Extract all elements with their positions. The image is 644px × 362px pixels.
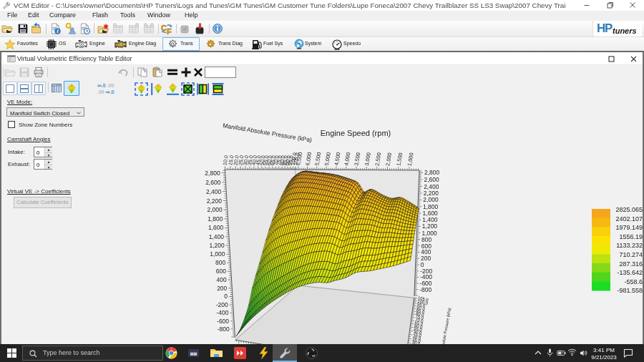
zone-row-button[interactable]: [211, 82, 225, 96]
svg-text:5,000: 5,000: [323, 152, 332, 166]
add-decimal-button[interactable]: ⇦.0: [97, 83, 106, 88]
svg-text:4,000: 4,000: [343, 152, 351, 166]
open-file-button[interactable]: [1, 23, 13, 34]
file-history-button[interactable]: [79, 23, 91, 34]
surface-pan-y-button[interactable]: [150, 82, 164, 96]
child-maximize-button[interactable]: [607, 54, 616, 64]
table-open-button[interactable]: [4, 67, 16, 78]
surface-pan-z-button[interactable]: [166, 82, 180, 96]
app-wrench-icon: [3, 1, 11, 9]
value-input[interactable]: [205, 67, 236, 78]
table-view-button[interactable]: [51, 82, 62, 94]
file-explorer-icon[interactable]: [210, 347, 223, 359]
tab-engine-diag[interactable]: Engine Diag: [114, 37, 159, 51]
tab-trans[interactable]: Trans: [167, 37, 198, 51]
battery-icon[interactable]: [557, 350, 566, 356]
set-equal-button[interactable]: [166, 67, 179, 78]
logo-hp: HP: [597, 21, 612, 36]
menu-help[interactable]: Help: [185, 11, 198, 19]
ve-surface-chart[interactable]: -800-800-600-600-400-400-200-20000200200…: [0, 97, 644, 344]
tab-os[interactable]: OS: [46, 37, 67, 51]
svg-text:800: 800: [215, 259, 225, 266]
svg-text:2,000: 2,000: [384, 152, 393, 167]
close-button[interactable]: [628, 0, 638, 10]
main-toolbar: i CF HP tuners: [0, 21, 644, 37]
new-folder-button[interactable]: [97, 23, 109, 34]
minimize-button[interactable]: [582, 0, 592, 10]
obs-icon[interactable]: [306, 347, 318, 359]
vehicle-info-button[interactable]: i: [50, 23, 62, 34]
engine-icon: [75, 39, 88, 50]
maximize-button[interactable]: [605, 0, 615, 10]
dark-app-icon[interactable]: ▤▤: [188, 347, 199, 359]
surface-select-mode-button[interactable]: [135, 82, 148, 96]
table-save-button[interactable]: [19, 67, 30, 78]
svg-text:2,200: 2,200: [424, 190, 439, 197]
zone-select-button[interactable]: [181, 82, 195, 96]
surface-view-button-selected[interactable]: [64, 81, 79, 96]
svg-text:2,400: 2,400: [424, 183, 439, 190]
view-single-pane-button[interactable]: [3, 82, 17, 95]
menu-window[interactable]: Window: [147, 11, 170, 19]
taskbar-search-box[interactable]: Type here to search: [22, 346, 163, 361]
close-file-button[interactable]: [31, 23, 42, 34]
lightning-app-icon[interactable]: [258, 347, 269, 359]
child-close-button[interactable]: [629, 54, 638, 64]
info-button[interactable]: [212, 23, 223, 34]
compare-table3-button[interactable]: [143, 23, 155, 34]
svg-text:1,600: 1,600: [208, 224, 224, 231]
compare-cf-button[interactable]: CF: [161, 23, 172, 34]
microphone-icon[interactable]: [547, 348, 553, 358]
paste-button[interactable]: [152, 67, 163, 78]
tab-speedo[interactable]: Speedo: [331, 37, 363, 51]
chrome-icon[interactable]: [165, 347, 177, 359]
undo-button[interactable]: [117, 67, 129, 78]
zone-column-button[interactable]: [196, 82, 210, 96]
tray-chevron-icon[interactable]: [535, 350, 542, 356]
svg-text:1,800: 1,800: [423, 203, 439, 210]
read-vehicle-button[interactable]: [179, 23, 190, 34]
menu-compare[interactable]: Compare: [49, 11, 76, 19]
view-split-horizontal-button[interactable]: [17, 82, 31, 95]
multiply-value-button[interactable]: [193, 67, 203, 78]
svg-text:600: 600: [421, 243, 431, 250]
tab-favorites[interactable]: Favorites: [4, 37, 42, 51]
child-window-title: Virtual Volumetric Efficiency Table Edit…: [17, 55, 132, 62]
title-bar: VCM Editor - C:\Users\owner\Documents\HP…: [0, 0, 644, 11]
svg-text:1979.149: 1979.149: [615, 224, 643, 231]
tray-clock[interactable]: 3:41 PM9/21/2023: [588, 346, 620, 361]
start-button[interactable]: [7, 348, 16, 358]
copy-button[interactable]: [137, 67, 148, 78]
tab-system[interactable]: System: [293, 37, 323, 51]
action-center-icon[interactable]: [623, 348, 633, 358]
compare-table2-button[interactable]: [128, 23, 140, 34]
menu-flash[interactable]: Flash: [92, 11, 108, 19]
toolbar-separator: [209, 24, 210, 34]
decimal-buttons[interactable]: ⇦.0 .00.00 ⇨.0: [97, 82, 126, 95]
print-button[interactable]: [33, 67, 44, 78]
remove-decimal-button[interactable]: ⇨.0: [106, 89, 114, 94]
wifi-icon[interactable]: [567, 348, 577, 356]
compare-table1-button[interactable]: [112, 23, 124, 34]
license-info-button[interactable]: [65, 23, 77, 34]
svg-text:400: 400: [216, 276, 226, 283]
svg-text:6,500: 6,500: [295, 152, 303, 166]
svg-text:710.274: 710.274: [619, 251, 643, 258]
svg-text:F: F: [167, 27, 172, 35]
menu-file[interactable]: File: [7, 11, 18, 19]
save-file-button[interactable]: [17, 23, 29, 34]
view-split-vertical-button[interactable]: [31, 82, 46, 95]
add-value-button[interactable]: [180, 67, 192, 78]
svg-text:600: 600: [216, 268, 226, 275]
write-vehicle-button[interactable]: [194, 23, 205, 34]
red-app-icon[interactable]: [234, 347, 246, 359]
menu-edit[interactable]: Edit: [28, 11, 39, 19]
tab-engine[interactable]: Engine: [75, 37, 107, 51]
tab-fuel-sys[interactable]: Fuel Sys: [251, 37, 284, 51]
child-window-title-bar: Virtual Volumetric Efficiency Table Edit…: [1, 52, 643, 65]
tab-trans-diag[interactable]: Trans Diag: [205, 37, 246, 51]
menu-tools[interactable]: Tools: [120, 11, 135, 19]
volume-icon[interactable]: [580, 349, 588, 357]
vcm-editor-taskbar-icon[interactable]: [279, 347, 291, 359]
svg-text:200: 200: [217, 285, 227, 292]
